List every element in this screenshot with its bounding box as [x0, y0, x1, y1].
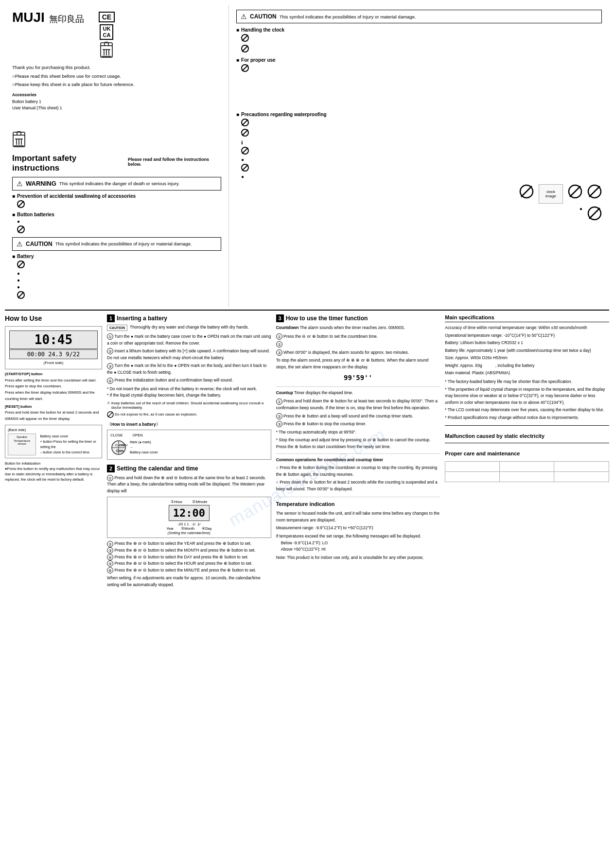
cal-step-7: When setting, if no adjustments are made…	[107, 575, 271, 588]
brand-logo: MUJI 無印良品	[12, 10, 84, 25]
spec-battery-type: Battery: Lithium button battery CR2032 x…	[445, 340, 609, 347]
spec-note-1: * The factory-loaded battery life may be…	[445, 379, 609, 385]
proper-care-title: Proper care and maintenance	[445, 451, 609, 456]
spec-note-2: * The properties of liquid crystal chang…	[445, 386, 609, 406]
countdown-step-3: ③ When 00'00'' is displayed, the alarm s…	[276, 349, 440, 356]
battery-coin-diagram: CLOSE OPEN Coin	[110, 439, 127, 456]
setting-title: 2 Setting the calendar and time	[107, 465, 271, 472]
month-day-display: .1/ .1/	[192, 522, 201, 526]
clock-display-sub: 00:00 24.3 9/22	[9, 349, 98, 359]
no-symbol-wp3	[241, 147, 602, 156]
spec-material: Main material: Plastic (ABS/PMMA)	[445, 370, 609, 377]
timer-temp-col: 3 How to use the timer function Countdow…	[276, 314, 440, 589]
spec-op-temp: Operational temperature range: -10°C(14°…	[445, 332, 609, 339]
warning-box: ⚠ WARNING This symbol indicates the dang…	[12, 177, 221, 191]
spec-accuracy: Accuracy of time within normal temperatu…	[445, 325, 609, 331]
countdown-label: Countdown	[276, 325, 299, 330]
temp-lo: Below -9.9°C(14.2°F): LO	[281, 540, 440, 547]
caution-triangle-icon: ⚠	[17, 240, 23, 248]
minus-btn-label: – button clock to the correct time.	[40, 450, 99, 455]
svg-line-37	[242, 130, 248, 136]
countup-step-2: ② Press the ⊕ button and a beep will sou…	[276, 413, 440, 420]
no-symbol-3	[17, 260, 221, 269]
accessory-item-2: User Manual (This sheet) 1	[12, 105, 221, 112]
warning-text: This symbol indicates the danger of deat…	[59, 181, 179, 186]
close-label: CLOSE	[110, 433, 123, 437]
mark-label: Mark (● mark)	[130, 440, 158, 445]
countdown-step-2: ②	[276, 341, 440, 348]
filled-bullet-3: ●	[17, 278, 221, 283]
caution-label: CAUTION	[26, 241, 53, 247]
temp-hi: Above +50°C(122°F): HI	[281, 546, 440, 553]
weee-icon-2	[12, 131, 26, 148]
back-diagram: Speaker Temperature sensor	[8, 434, 36, 455]
how-to-use-title: How to Use	[5, 314, 102, 322]
caution-text: This symbol indicates the possibilities …	[55, 241, 192, 246]
handling-heading: Handling the clock	[236, 27, 602, 33]
filled-bullet-1: ●	[17, 219, 221, 224]
timer-display: 99'59''	[276, 372, 440, 383]
warning-keep-text: Keep batteries out of the reach of small…	[111, 401, 271, 410]
no-symbol-1	[17, 204, 25, 209]
filled-bullet-right: ●	[579, 206, 582, 222]
spec-weight: Weight: Approx. 83g , including the batt…	[445, 363, 609, 369]
cal-step-1: ① Press and hold down the ⊕ and ⊖ button…	[107, 475, 271, 495]
temp-desc-1: The sensor is housed inside the unit, an…	[276, 510, 440, 523]
temp-title: Temperature indication	[276, 500, 440, 509]
spec-battery-life: Battery life: Approximately 1 year (with…	[445, 347, 609, 354]
how-to-use-col: How to Use 10:45 00:00 24.3 9/22 (Front …	[5, 314, 102, 589]
accessories-title: Accessories	[12, 92, 221, 99]
how-insert-title: 〈How to insert a battery〉	[107, 422, 271, 428]
countdown-step-4: To stop the alarm sound, press any of ⊕ …	[276, 357, 440, 370]
keep-sheet-text: ○Please keep this sheet in a safe place …	[12, 81, 221, 88]
cal-step-5: ⑤ Press the ⊕ or ⊖ button to select the …	[107, 560, 271, 567]
info-bullet-1: ℹ	[241, 140, 602, 145]
caution-note: Thoroughly dry any water and change the …	[130, 325, 249, 330]
hour-label: ①Hour	[171, 500, 182, 504]
svg-line-31	[242, 46, 248, 52]
no-icon-1	[568, 184, 582, 204]
waterproofing-heading: Precautions regarding waterproofing	[236, 112, 602, 117]
reset-btn-label: [RESET] button	[5, 404, 102, 410]
common-op-2: ○ Press down the ⊖ button for at least 2…	[276, 479, 440, 492]
svg-line-27	[18, 292, 24, 298]
malfunction-title: Malfunction caused by static electricity	[445, 433, 609, 439]
accessory-item-1: Button battery 1	[12, 99, 221, 105]
no-icon-3	[587, 206, 602, 222]
plus-btn-label: + button Press for setting the timer or …	[40, 439, 99, 450]
front-side-label: (Front side)	[9, 361, 98, 365]
inserting-setting-col: 1 Inserting a battery CAUTION Thoroughly…	[107, 314, 271, 589]
caution-box: ⚠ CAUTION This symbol indicates the poss…	[12, 237, 221, 251]
svg-line-41	[242, 165, 248, 171]
specs-col: Main specifications Accuracy of time wit…	[445, 314, 609, 589]
battery-step-3: ③ Turn the ● mark on the lid to the ● OP…	[107, 363, 271, 376]
filled-bullet-4: ●	[17, 284, 221, 290]
countup-desc: Timer displays the elapsed time.	[294, 390, 353, 395]
countup-step-3: ③ Press the ⊕ button to stop the countup…	[276, 421, 440, 428]
spec-note-3: * The LCD contrast may deteriorate over …	[445, 407, 609, 414]
svg-line-25	[18, 261, 24, 267]
cal-step-2: ② Press the ⊕ or ⊖ button to select the …	[107, 540, 271, 547]
cal-step-4: ④ Press the ⊕ or ⊖ button to select the …	[107, 554, 271, 561]
brand-kanji: 無印良品	[49, 14, 84, 24]
thank-you-text: Thank you for purchasing this product.	[12, 64, 221, 71]
countup-step-1: ① Press and hold down the ⊕ button for a…	[276, 398, 440, 411]
button-batteries-heading: Button batteries	[12, 212, 221, 217]
start-stop-btn-label: [START/STOP] button	[5, 371, 102, 378]
proper-use-heading: For proper use	[236, 57, 602, 63]
timer-title: 3 How to use the timer function	[276, 314, 440, 322]
no-symbol-proper	[241, 68, 249, 73]
read-sheet-text: ○Please read this sheet before use for c…	[12, 73, 221, 80]
countdown-step-1: ① Press the ⊖ or ⊕ button to set the cou…	[276, 333, 440, 340]
table-cell-1	[445, 462, 500, 471]
year-display: -20 1 1	[177, 522, 189, 526]
table-cell-6	[554, 472, 609, 482]
spec-size: Size: Approx. W93x D26x H53mm	[445, 355, 609, 362]
battery-step-1: ① Turn the ● mark on the battery case co…	[107, 333, 271, 347]
ukca-mark: UKCA	[100, 24, 113, 40]
no-symbol-wp2	[241, 129, 602, 138]
svg-line-39	[242, 148, 248, 154]
weee-icon	[100, 42, 113, 58]
svg-text:Coin: Coin	[116, 449, 124, 452]
no-symbol-4	[17, 291, 221, 300]
